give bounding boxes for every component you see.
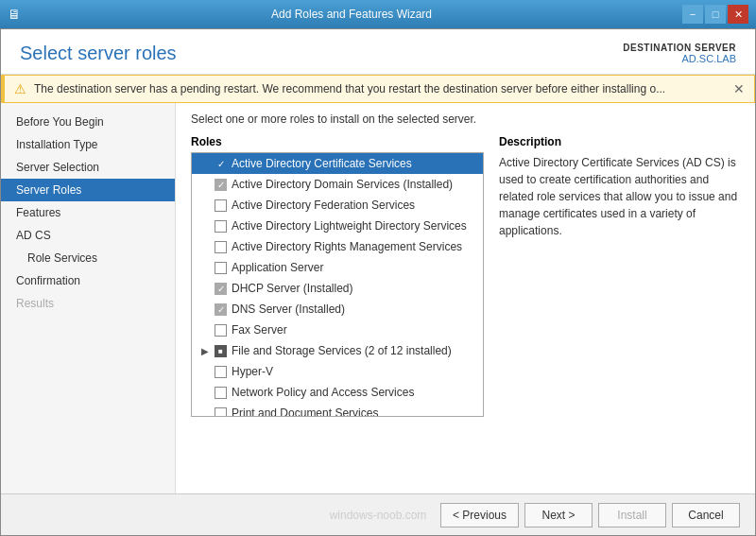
maximize-button[interactable]: □ — [705, 5, 726, 24]
role-checkbox[interactable] — [215, 324, 227, 337]
role-name-label: Application Server — [232, 261, 477, 274]
role-item[interactable]: ✓Active Directory Certificate Services — [192, 153, 483, 174]
expand-icon — [198, 364, 213, 379]
description-text: Active Directory Certificate Services (A… — [499, 154, 740, 239]
expand-icon — [198, 281, 213, 296]
role-name-label: Active Directory Domain Services (Instal… — [232, 178, 477, 191]
page-title: Select server roles — [20, 43, 177, 64]
header: Select server roles DESTINATION SERVER A… — [1, 29, 755, 75]
window-icon: 🖥 — [8, 7, 21, 22]
sidebar-item-results: Results — [1, 292, 175, 315]
role-name-label: Network Policy and Access Services — [232, 386, 477, 399]
role-item[interactable]: Hyper-V — [192, 361, 483, 382]
role-name-label: Print and Document Services — [232, 406, 477, 417]
role-checkbox[interactable]: ✓ — [215, 303, 227, 316]
sidebar-item-before-you-begin[interactable]: Before You Begin — [1, 111, 175, 133]
sidebar-label-results: Results — [16, 297, 54, 310]
sidebar-label-role-services: Role Services — [27, 251, 97, 265]
role-item[interactable]: Network Policy and Access Services — [192, 382, 483, 403]
role-name-label: Fax Server — [232, 323, 477, 337]
role-item[interactable]: Active Directory Lightweight Directory S… — [192, 216, 483, 236]
expand-icon — [198, 302, 213, 317]
role-item[interactable]: ✓Active Directory Domain Services (Insta… — [192, 174, 483, 195]
sidebar-label-features: Features — [16, 206, 60, 219]
role-checkbox[interactable] — [215, 366, 227, 378]
sidebar-item-ad-cs[interactable]: AD CS — [1, 224, 175, 247]
sidebar-label-confirmation: Confirmation — [16, 274, 80, 287]
description-label: Description — [499, 135, 740, 148]
role-item[interactable]: Application Server — [192, 257, 483, 278]
main-description: Select one or more roles to install on t… — [191, 112, 740, 126]
warning-icon: ⚠ — [14, 81, 26, 96]
main-content: Select one or more roles to install on t… — [176, 103, 755, 493]
role-checkbox[interactable]: ✓ — [215, 283, 227, 295]
warning-banner: ⚠ The destination server has a pending r… — [1, 75, 755, 103]
role-checkbox[interactable] — [215, 262, 227, 274]
title-bar: 🖥 Add Roles and Features Wizard − □ ✕ — [0, 0, 756, 28]
close-button[interactable]: ✕ — [728, 5, 748, 24]
sidebar: Before You Begin Installation Type Serve… — [1, 103, 176, 493]
main-window: Select server roles DESTINATION SERVER A… — [0, 28, 756, 536]
role-item[interactable]: ✓DHCP Server (Installed) — [192, 278, 483, 299]
sidebar-item-server-selection[interactable]: Server Selection — [1, 156, 175, 179]
role-checkbox[interactable]: ■ — [215, 345, 227, 357]
next-button[interactable]: Next > — [524, 503, 593, 527]
expand-icon[interactable]: ▶ — [198, 343, 213, 358]
warning-text: The destination server has a pending res… — [34, 82, 726, 95]
roles-label: Roles — [191, 135, 484, 148]
window-title: Add Roles and Features Wizard — [21, 8, 682, 21]
warning-close-button[interactable]: ✕ — [733, 81, 745, 96]
role-item[interactable]: ✓DNS Server (Installed) — [192, 299, 483, 320]
role-item[interactable]: Active Directory Federation Services — [192, 195, 483, 216]
sidebar-label-before-you-begin: Before You Begin — [16, 115, 104, 129]
role-item[interactable]: ▶■File and Storage Services (2 of 12 ins… — [192, 340, 483, 361]
roles-listbox[interactable]: ✓Active Directory Certificate Services✓A… — [191, 152, 484, 417]
cancel-button[interactable]: Cancel — [672, 503, 740, 527]
expand-icon — [198, 177, 213, 192]
sidebar-label-installation-type: Installation Type — [16, 138, 98, 151]
sidebar-label-server-roles: Server Roles — [16, 183, 81, 197]
role-checkbox[interactable]: ✓ — [215, 179, 227, 191]
role-item[interactable]: Active Directory Rights Management Servi… — [192, 236, 483, 257]
role-name-label: DNS Server (Installed) — [232, 303, 477, 316]
sidebar-item-server-roles[interactable]: Server Roles — [1, 179, 175, 201]
role-checkbox[interactable] — [215, 241, 227, 253]
install-button[interactable]: Install — [598, 503, 666, 527]
role-item[interactable]: Fax Server — [192, 320, 483, 340]
role-checkbox[interactable] — [215, 199, 227, 212]
sidebar-item-features[interactable]: Features — [1, 201, 175, 224]
role-name-label: DHCP Server (Installed) — [232, 282, 477, 295]
expand-icon — [198, 218, 213, 233]
role-name-label: Active Directory Federation Services — [232, 199, 477, 212]
sidebar-item-role-services[interactable]: Role Services — [1, 247, 175, 269]
role-checkbox[interactable]: ✓ — [215, 158, 227, 170]
description-panel: Description Active Directory Certificate… — [499, 135, 740, 484]
expand-icon — [198, 198, 213, 213]
previous-button[interactable]: < Previous — [440, 503, 519, 527]
role-checkbox[interactable] — [215, 407, 227, 418]
expand-icon — [198, 260, 213, 275]
footer: windows-noob.com < Previous Next > Insta… — [1, 493, 755, 535]
role-checkbox[interactable] — [215, 220, 227, 233]
role-name-label: Hyper-V — [232, 365, 477, 378]
role-checkbox[interactable] — [215, 387, 227, 399]
role-name-label: Active Directory Lightweight Directory S… — [232, 219, 477, 233]
destination-server-label: DESTINATION SERVER — [623, 43, 736, 53]
roles-container: Roles ✓Active Directory Certificate Serv… — [191, 135, 740, 484]
role-name-label: File and Storage Services (2 of 12 insta… — [232, 344, 477, 357]
expand-icon — [198, 406, 213, 417]
destination-server-info: DESTINATION SERVER AD.SC.LAB — [623, 43, 736, 64]
destination-server-value: AD.SC.LAB — [623, 53, 736, 64]
sidebar-label-ad-cs: AD CS — [16, 229, 51, 242]
sidebar-label-server-selection: Server Selection — [16, 161, 99, 174]
window-controls: − □ ✕ — [682, 5, 748, 24]
expand-icon — [198, 385, 213, 400]
role-item[interactable]: Print and Document Services — [192, 403, 483, 417]
role-name-label: Active Directory Rights Management Servi… — [232, 240, 477, 253]
minimize-button[interactable]: − — [682, 5, 703, 24]
sidebar-item-confirmation[interactable]: Confirmation — [1, 269, 175, 292]
roles-list-section: Roles ✓Active Directory Certificate Serv… — [191, 135, 484, 484]
role-name-label: Active Directory Certificate Services — [232, 157, 477, 170]
sidebar-item-installation-type[interactable]: Installation Type — [1, 133, 175, 156]
expand-icon — [198, 156, 213, 171]
